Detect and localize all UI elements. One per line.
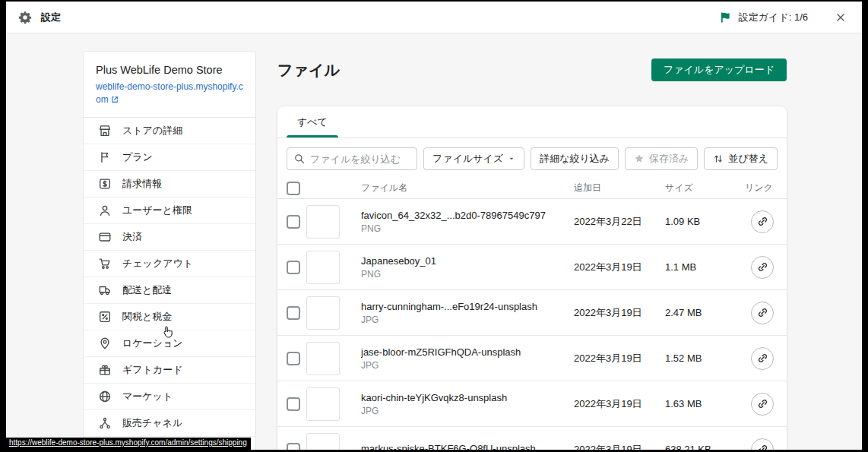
file-link-button[interactable] bbox=[751, 438, 774, 450]
sidebar-item-store[interactable]: ストアの詳細 bbox=[84, 118, 255, 144]
link-icon bbox=[756, 261, 769, 273]
shipping-icon bbox=[98, 283, 112, 297]
file-type: JPG bbox=[361, 360, 574, 371]
file-link-button[interactable] bbox=[751, 393, 774, 416]
sidebar-item-label: ロケーション bbox=[122, 337, 183, 350]
sidebar-item-payments[interactable]: 決済 bbox=[84, 224, 255, 251]
sort-label: 並び替え bbox=[728, 152, 768, 166]
app-body: Plus WebLife Demo Store weblife-demo-sto… bbox=[6, 33, 862, 450]
table-body: favicon_64_32x32_...b2d0-78967549c797 PN… bbox=[277, 199, 787, 450]
flag-icon bbox=[719, 11, 732, 24]
settings-menu: ストアの詳細 プラン 請求情報 ユーザーと権限 bbox=[84, 118, 255, 437]
sidebar-item-label: マーケット bbox=[122, 390, 173, 403]
file-thumbnail[interactable] bbox=[306, 433, 340, 450]
sidebar-item-plan[interactable]: プラン bbox=[84, 144, 255, 171]
file-size: 1.1 MB bbox=[665, 261, 745, 273]
gear-icon bbox=[18, 11, 32, 24]
search-icon bbox=[293, 153, 306, 165]
star-icon bbox=[634, 153, 645, 164]
link-icon bbox=[756, 397, 769, 410]
sidebar-item-taxes[interactable]: 関税と税金 bbox=[84, 304, 255, 330]
row-checkbox[interactable] bbox=[287, 306, 300, 320]
file-type: JPG bbox=[361, 315, 574, 325]
file-link-button[interactable] bbox=[751, 302, 774, 324]
advanced-filter-button[interactable]: 詳細な絞り込み bbox=[531, 147, 619, 170]
file-size: 1.09 KB bbox=[665, 216, 745, 227]
file-name[interactable]: favicon_64_32x32_...b2d0-78967549c797 bbox=[361, 210, 574, 221]
content-header: ファイル ファイルをアップロード bbox=[277, 56, 787, 84]
file-name[interactable]: jase-bloor-mZ5RIGFhQDA-unsplash bbox=[361, 346, 574, 358]
sidebar-item-label: ストアの詳細 bbox=[122, 124, 182, 137]
checkout-icon bbox=[98, 257, 112, 270]
payments-icon bbox=[98, 230, 112, 244]
table-row: favicon_64_32x32_...b2d0-78967549c797 PN… bbox=[277, 199, 787, 245]
file-name[interactable]: Japaneseboy_01 bbox=[361, 255, 574, 267]
sidebar-item-checkout[interactable]: チェックアウト bbox=[84, 251, 255, 277]
table-row: markus-spiske-BTKF6G-O8fU-unsplash 2022年… bbox=[277, 427, 787, 450]
row-checkbox[interactable] bbox=[287, 397, 300, 411]
file-name[interactable]: harry-cunningham-...eFo19r24-unsplash bbox=[361, 301, 574, 312]
file-size: 2.47 MB bbox=[665, 307, 745, 318]
file-name[interactable]: kaori-chin-teYjKGvqkz8-unsplash bbox=[361, 392, 574, 403]
store-url-link[interactable]: weblife-demo-store-plus.myshopify.com bbox=[96, 81, 243, 107]
row-checkbox[interactable] bbox=[287, 352, 300, 365]
setup-guide-label[interactable]: 設定ガイド: 1/6 bbox=[739, 11, 808, 24]
store-header: Plus WebLife Demo Store weblife-demo-sto… bbox=[84, 52, 255, 118]
topbar: 設定 設定ガイド: 1/6 bbox=[6, 2, 862, 33]
file-link-button[interactable] bbox=[751, 210, 774, 233]
file-size-filter-button[interactable]: ファイルサイズ bbox=[423, 147, 524, 170]
saved-filters-button[interactable]: 保存済み bbox=[625, 147, 698, 170]
link-icon bbox=[756, 443, 769, 450]
file-type: PNG bbox=[361, 269, 574, 280]
channels-icon bbox=[98, 416, 112, 430]
table-row: kaori-chin-teYjKGvqkz8-unsplash JPG 2022… bbox=[277, 381, 787, 427]
chevron-down-icon bbox=[508, 155, 515, 163]
upload-file-button[interactable]: ファイルをアップロード bbox=[651, 58, 787, 81]
file-thumbnail[interactable] bbox=[306, 205, 340, 239]
file-thumbnail[interactable] bbox=[306, 296, 340, 330]
filter-toolbar: ファイルサイズ 詳細な絞り込み 保存済み 並び替え bbox=[277, 138, 787, 178]
app-window: 設定 設定ガイド: 1/6 Plus WebLife Demo Store we… bbox=[6, 2, 862, 450]
file-thumbnail[interactable] bbox=[306, 342, 340, 375]
sidebar-item-billing[interactable]: 請求情報 bbox=[84, 171, 255, 198]
column-header-date: 追加日 bbox=[574, 182, 665, 194]
file-date-added: 2022年3月22日 bbox=[574, 215, 665, 229]
file-date-added: 2022年3月19日 bbox=[574, 443, 665, 450]
table-row: jase-bloor-mZ5RIGFhQDA-unsplash JPG 2022… bbox=[277, 336, 787, 381]
billing-icon bbox=[98, 177, 112, 191]
file-name[interactable]: markus-spiske-BTKF6G-O8fU-unsplash bbox=[361, 443, 574, 450]
search-input[interactable] bbox=[310, 153, 410, 165]
file-size: 1.63 MB bbox=[665, 398, 745, 409]
close-icon bbox=[835, 11, 847, 24]
file-link-button[interactable] bbox=[751, 256, 774, 279]
file-thumbnail[interactable] bbox=[306, 387, 340, 421]
sidebar-item-markets[interactable]: マーケット bbox=[84, 384, 255, 410]
file-date-added: 2022年3月19日 bbox=[574, 352, 665, 365]
column-header-link: リンク bbox=[745, 182, 787, 194]
status-url-tooltip: https://weblife-demo-store-plus.myshopif… bbox=[6, 438, 251, 450]
file-thumbnail[interactable] bbox=[306, 251, 340, 284]
row-checkbox[interactable] bbox=[287, 215, 300, 229]
sidebar-item-label: 配送と配達 bbox=[122, 283, 172, 297]
sidebar-item-label: ユーザーと権限 bbox=[122, 204, 192, 217]
file-type: PNG bbox=[361, 223, 574, 234]
sidebar-item-shipping[interactable]: 配送と配達 bbox=[84, 277, 255, 304]
main-content: ファイル ファイルをアップロード すべて ファイルサイズ bbox=[277, 33, 787, 450]
topbar-right: 設定ガイド: 1/6 bbox=[719, 11, 847, 24]
row-checkbox[interactable] bbox=[287, 261, 300, 274]
row-checkbox[interactable] bbox=[287, 443, 300, 450]
locations-icon bbox=[98, 337, 112, 350]
file-link-button[interactable] bbox=[751, 347, 774, 370]
close-button[interactable] bbox=[835, 11, 847, 24]
sidebar-item-label: プラン bbox=[122, 150, 153, 164]
sidebar-item-locations[interactable]: ロケーション bbox=[84, 330, 255, 357]
sidebar-item-giftcards[interactable]: ギフトカード bbox=[84, 357, 255, 384]
sidebar-item-users[interactable]: ユーザーと権限 bbox=[84, 198, 255, 224]
taxes-icon bbox=[98, 310, 112, 324]
select-all-checkbox[interactable] bbox=[287, 182, 300, 195]
sort-button[interactable]: 並び替え bbox=[704, 147, 778, 170]
store-icon bbox=[98, 124, 112, 137]
file-date-added: 2022年3月19日 bbox=[574, 397, 665, 411]
tab-all[interactable]: すべて bbox=[284, 106, 341, 137]
sidebar-item-channels[interactable]: 販売チャネル bbox=[84, 410, 255, 437]
